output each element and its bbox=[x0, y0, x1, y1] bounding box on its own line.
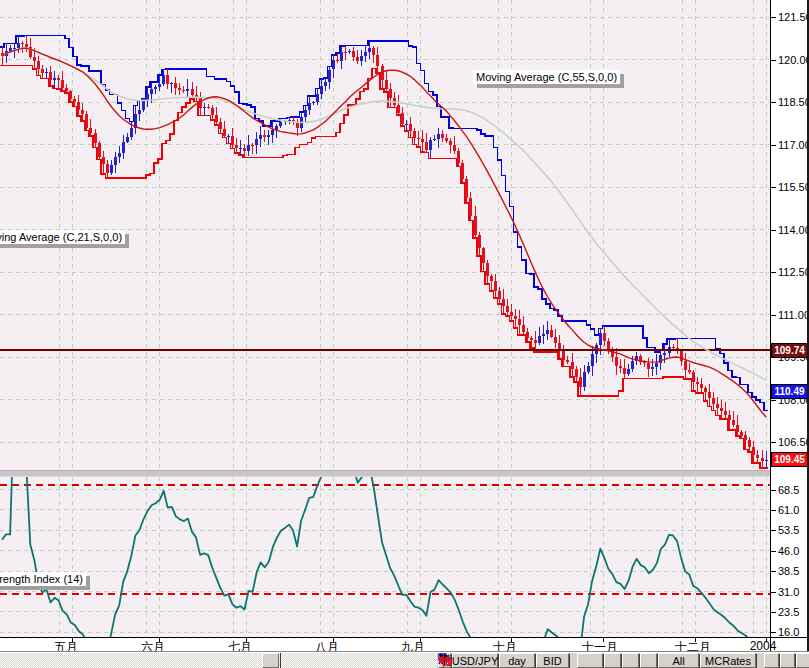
axis-tick bbox=[771, 551, 776, 552]
axis-tick-label: 106.50 bbox=[778, 436, 809, 448]
axis-tick bbox=[771, 442, 776, 443]
ma55-indicator-label[interactable]: Moving Average (C,55,S,0,0) bbox=[473, 70, 620, 84]
line-study-button[interactable] bbox=[622, 653, 639, 668]
chart-scrollbar-track[interactable] bbox=[0, 653, 437, 668]
axis-tick bbox=[771, 102, 776, 103]
last-marker: 109.45 bbox=[771, 452, 808, 467]
axis-tick-label: 61.0 bbox=[778, 504, 799, 516]
toolbar: USD/JPYdayBIDAllMCRatesQ bbox=[438, 653, 809, 668]
period-button-label: day bbox=[508, 655, 526, 667]
scrollbar-mark bbox=[280, 653, 281, 668]
crosshair-button[interactable] bbox=[796, 653, 809, 668]
bottom-bar: USD/JPYdayBIDAllMCRatesQ bbox=[0, 651, 809, 668]
axis-tick-label: 111.00 bbox=[778, 309, 809, 321]
chart-window: Moving Average (C,55,S,0,0) Moving Avera… bbox=[0, 0, 809, 668]
all-button[interactable]: All bbox=[658, 653, 699, 668]
price-type-button[interactable]: BID bbox=[536, 653, 569, 668]
mcrates-button-label: MCRates bbox=[705, 655, 751, 667]
rsi-panel[interactable]: Relative Strength Index (14) bbox=[0, 477, 770, 637]
pointer-tool-button[interactable] bbox=[577, 653, 603, 668]
axis-tick-label: 121.50 bbox=[778, 11, 809, 23]
axis-tick-label: 118.50 bbox=[778, 96, 809, 108]
chart-scrollbar-thumb[interactable] bbox=[262, 653, 279, 668]
axis-tick-label: 38.5 bbox=[778, 565, 799, 577]
bid-marker: 110.49 bbox=[771, 384, 808, 399]
windows-button[interactable] bbox=[640, 653, 657, 668]
axis-tick-label: 112.50 bbox=[778, 266, 809, 278]
axis-tick bbox=[771, 230, 776, 231]
mcrates-button[interactable]: MCRates bbox=[700, 653, 756, 668]
axis-tick bbox=[771, 272, 776, 273]
axis-tick-label: 68.5 bbox=[778, 484, 799, 496]
axis-tick-label: 117.00 bbox=[778, 139, 809, 151]
level-marker: 109.74 bbox=[771, 343, 808, 358]
toolbar-separator bbox=[570, 653, 577, 668]
rsi-indicator-label[interactable]: Relative Strength Index (14) bbox=[0, 572, 86, 586]
pointer-dropdown-button[interactable] bbox=[604, 653, 621, 668]
axis-tick bbox=[771, 17, 776, 18]
period-button[interactable]: day bbox=[499, 653, 535, 668]
axis-tick bbox=[771, 571, 776, 572]
axis-tick bbox=[771, 400, 776, 401]
axis-tick-label: 46.0 bbox=[778, 545, 799, 557]
axis-tick bbox=[771, 490, 776, 491]
axis-tick-label: 115.50 bbox=[778, 181, 809, 193]
axis-tick-label: 120.00 bbox=[778, 54, 809, 66]
axis-separator-line bbox=[770, 0, 771, 651]
axis-tick-label: 31.0 bbox=[778, 586, 799, 598]
axis-tick bbox=[771, 612, 776, 613]
symbol-button-label: USD/JPY bbox=[452, 655, 498, 667]
axis-tick bbox=[771, 145, 776, 146]
axis-tick-label: 53.5 bbox=[778, 524, 799, 536]
panel-splitter[interactable] bbox=[0, 470, 770, 477]
axis-tick bbox=[771, 187, 776, 188]
axis-tick bbox=[771, 592, 776, 593]
symbol-button[interactable]: USD/JPY bbox=[452, 653, 498, 668]
price-chart-panel[interactable]: Moving Average (C,55,S,0,0) Moving Avera… bbox=[0, 0, 770, 470]
axis-tick bbox=[771, 60, 776, 61]
compress-button[interactable] bbox=[780, 653, 795, 668]
axis-tick-label: 23.5 bbox=[778, 606, 799, 618]
time-axis: 五月六月七月八月九月十月十一月十二月2004 bbox=[0, 637, 809, 651]
candle-style-button[interactable] bbox=[764, 653, 779, 668]
price-axis: 121.50120.00118.50117.00115.50114.00112.… bbox=[770, 0, 809, 651]
toolbar-separator bbox=[757, 653, 764, 668]
axis-tick bbox=[771, 510, 776, 511]
axis-tick bbox=[771, 632, 776, 633]
rsi-chart[interactable] bbox=[0, 477, 770, 637]
ma21-indicator-label[interactable]: Moving Average (C,21,S,0,0) bbox=[0, 230, 125, 244]
all-button-label: All bbox=[672, 655, 684, 667]
axis-tick bbox=[771, 315, 776, 316]
axis-tick-label: 114.00 bbox=[778, 224, 809, 236]
axis-tick bbox=[771, 530, 776, 531]
price-type-button-label: BID bbox=[543, 655, 561, 667]
